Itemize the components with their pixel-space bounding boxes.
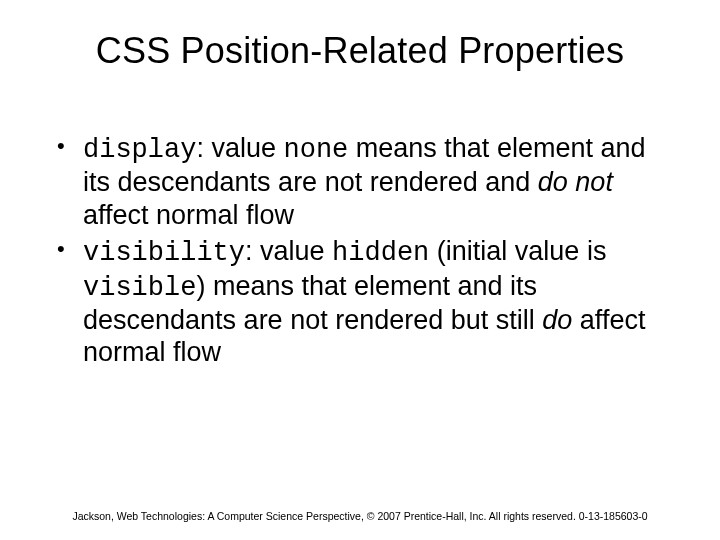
- code-text: display: [83, 135, 196, 165]
- code-text: visible: [83, 273, 196, 303]
- code-text: hidden: [332, 238, 429, 268]
- slide: CSS Position-Related Properties • displa…: [0, 0, 720, 540]
- code-text: visibility: [83, 238, 245, 268]
- slide-title: CSS Position-Related Properties: [0, 30, 720, 72]
- slide-body: • display: value none means that element…: [55, 132, 670, 373]
- bullet-item: • visibility: value hidden (initial valu…: [55, 235, 670, 369]
- body-text: : value: [245, 236, 332, 266]
- body-text: affect normal flow: [83, 200, 294, 230]
- italic-text: do not: [538, 167, 613, 197]
- body-text: (initial value is: [429, 236, 606, 266]
- code-text: none: [283, 135, 348, 165]
- bullet-dot-icon: •: [57, 141, 67, 151]
- italic-text: do: [542, 305, 572, 335]
- bullet-item: • display: value none means that element…: [55, 132, 670, 231]
- body-text: : value: [196, 133, 283, 163]
- slide-footer: Jackson, Web Technologies: A Computer Sc…: [0, 510, 720, 522]
- bullet-dot-icon: •: [57, 244, 67, 254]
